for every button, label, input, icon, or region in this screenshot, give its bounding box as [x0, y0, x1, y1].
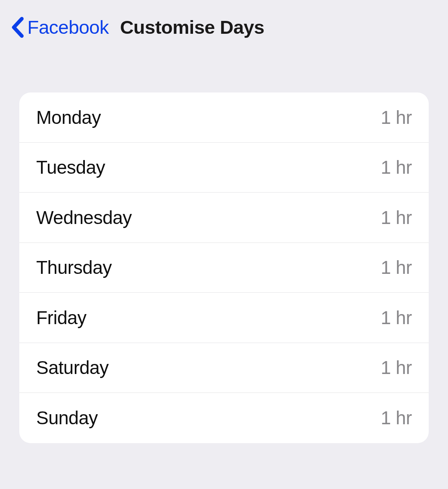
page-title: Customise Days [120, 16, 264, 38]
day-value: 1 hr [381, 307, 412, 329]
day-row-friday[interactable]: Friday 1 hr [19, 293, 429, 343]
back-button[interactable]: Facebook [11, 16, 109, 38]
day-value: 1 hr [381, 407, 412, 429]
day-row-sunday[interactable]: Sunday 1 hr [19, 393, 429, 443]
day-label: Wednesday [36, 207, 132, 228]
day-label: Tuesday [36, 156, 105, 178]
day-row-thursday[interactable]: Thursday 1 hr [19, 243, 429, 293]
day-row-monday[interactable]: Monday 1 hr [19, 92, 429, 143]
day-label: Friday [36, 307, 86, 329]
day-label: Monday [36, 107, 101, 128]
day-value: 1 hr [381, 156, 412, 178]
day-label: Sunday [36, 407, 98, 429]
day-value: 1 hr [381, 257, 412, 278]
day-value: 1 hr [381, 207, 412, 228]
days-list: Monday 1 hr Tuesday 1 hr Wednesday 1 hr … [19, 92, 429, 443]
day-value: 1 hr [381, 357, 412, 378]
day-row-saturday[interactable]: Saturday 1 hr [19, 343, 429, 393]
day-row-tuesday[interactable]: Tuesday 1 hr [19, 143, 429, 193]
day-row-wednesday[interactable]: Wednesday 1 hr [19, 193, 429, 243]
day-label: Thursday [36, 257, 112, 278]
day-value: 1 hr [381, 107, 412, 128]
back-button-label: Facebook [27, 16, 109, 38]
day-label: Saturday [36, 357, 109, 378]
chevron-left-icon [11, 17, 24, 38]
navigation-header: Facebook Customise Days [0, 0, 448, 38]
